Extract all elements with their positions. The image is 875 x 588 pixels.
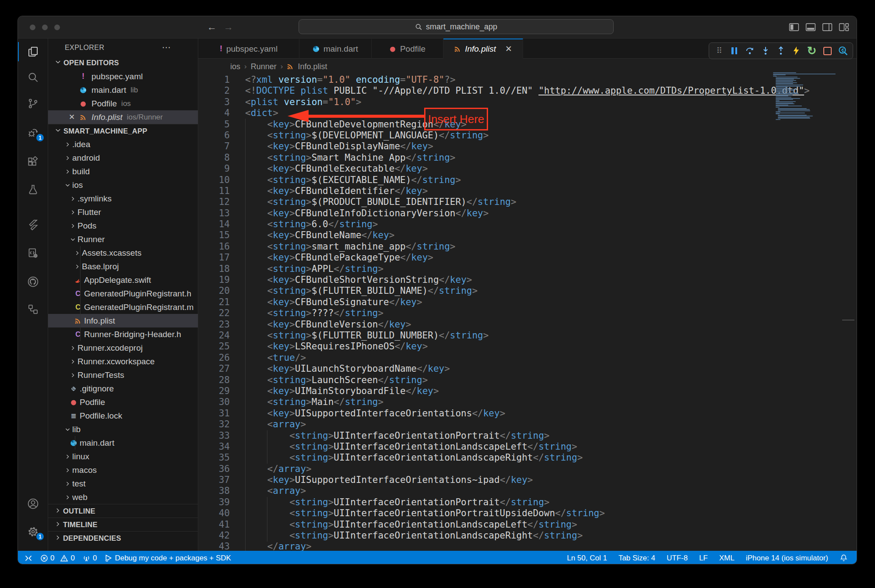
feedback-indicator[interactable]: 0 <box>82 554 97 563</box>
code-line-43[interactable]: 43 </array> <box>198 541 857 551</box>
step-into-button[interactable] <box>760 45 771 56</box>
problems-indicator[interactable]: 0 0 <box>40 554 75 563</box>
tab-main.dart[interactable]: main.dart <box>299 39 372 59</box>
line-number[interactable]: 9 <box>198 163 230 174</box>
code-line-12[interactable]: 12 <string>$(PRODUCT_BUNDLE_IDENTIFIER)<… <box>198 197 857 208</box>
tree-file-Runner-Bridging-Header.h[interactable]: CRunner-Bridging-Header.h <box>48 327 198 341</box>
tree-file-Info.plist[interactable]: Info.plist <box>48 314 198 327</box>
toggle-secondary-sidebar-icon[interactable] <box>822 22 833 32</box>
code-line-27[interactable]: 27 <key>UILaunchStoryboardName</key> <box>198 363 857 374</box>
tree-file-Podfile.lock[interactable]: ≣Podfile.lock <box>48 409 198 423</box>
activity-project-manager-icon[interactable] <box>18 299 48 320</box>
code-line-25[interactable]: 25 <key>LSRequiresIPhoneOS</key> <box>198 341 857 352</box>
code-line-29[interactable]: 29 <key>UIMainStoryboardFile</key> <box>198 386 857 397</box>
tab-Podfile[interactable]: Podfile <box>372 39 443 59</box>
line-number[interactable]: 10 <box>198 175 230 186</box>
code-line-26[interactable]: 26 <true/> <box>198 352 857 363</box>
settings-gear-icon[interactable]: 1 <box>18 521 48 542</box>
line-number[interactable]: 11 <box>198 186 230 197</box>
code-line-22[interactable]: 22 <string>????</string> <box>198 308 857 319</box>
line-number[interactable]: 21 <box>198 297 230 308</box>
line-number[interactable]: 3 <box>198 97 230 108</box>
line-number[interactable]: 32 <box>198 419 230 430</box>
toggle-panel-icon[interactable] <box>805 22 816 32</box>
line-number[interactable]: 33 <box>198 430 230 441</box>
activity-run-debug-icon[interactable]: 1 <box>18 122 48 143</box>
line-number[interactable]: 42 <box>198 530 230 541</box>
code-line-41[interactable]: 41 <string>UIInterfaceOrientationLandsca… <box>198 519 857 530</box>
code-line-9[interactable]: 9 <key>CFBundleExecutable</key> <box>198 163 857 174</box>
line-number[interactable]: 43 <box>198 541 230 551</box>
step-over-button[interactable] <box>744 45 756 56</box>
tree-file-main.dart[interactable]: main.dart <box>48 436 198 450</box>
remote-indicator-icon[interactable] <box>24 554 33 562</box>
tree-folder-Runner.xcworkspace[interactable]: Runner.xcworkspace <box>48 355 198 368</box>
code-line-13[interactable]: 13 <key>CFBundleInfoDictionaryVersion</k… <box>198 208 857 219</box>
code-line-21[interactable]: 21 <key>CFBundleSignature</key> <box>198 297 857 308</box>
line-number[interactable]: 5 <box>198 119 230 130</box>
tree-file-Podfile[interactable]: Podfile <box>48 395 198 409</box>
line-number[interactable]: 27 <box>198 363 230 374</box>
code-line-40[interactable]: 40 <string>UIInterfaceOrientationPortrai… <box>198 508 857 519</box>
code-line-37[interactable]: 37 <key>UISupportedInterfaceOrientations… <box>198 475 857 486</box>
panel-header-dependencies[interactable]: DEPENDENCIES <box>48 531 198 545</box>
status-cursor-position[interactable]: Ln 50, Col 1 <box>567 554 607 563</box>
code-line-36[interactable]: 36 </array> <box>198 464 857 475</box>
scrollbar-marker[interactable] <box>842 320 854 320</box>
status-eol[interactable]: LF <box>699 554 708 563</box>
line-number[interactable]: 25 <box>198 341 230 352</box>
line-number[interactable]: 39 <box>198 497 230 508</box>
pause-button[interactable] <box>729 45 740 56</box>
code-line-2[interactable]: 2<!DOCTYPE plist PUBLIC "-//Apple//DTD P… <box>198 85 857 96</box>
line-number[interactable]: 31 <box>198 408 230 419</box>
open-editor-Podfile[interactable]: Podfileios <box>48 97 198 110</box>
hot-reload-button[interactable] <box>791 45 802 56</box>
activity-extensions-icon[interactable] <box>18 151 48 173</box>
tree-folder-Runner.xcodeproj[interactable]: Runner.xcodeproj <box>48 341 198 355</box>
tree-folder-build[interactable]: build <box>48 165 198 178</box>
code-line-15[interactable]: 15 <key>CFBundleName</key> <box>198 230 857 241</box>
code-line-42[interactable]: 42 <string>UIInterfaceOrientationLandsca… <box>198 530 857 541</box>
tree-folder-lib[interactable]: lib <box>48 423 198 436</box>
code-line-30[interactable]: 30 <string>Main</string> <box>198 397 857 408</box>
code-line-6[interactable]: 6 <string>$(DEVELOPMENT_LANGUAGE)</strin… <box>198 130 857 141</box>
line-number[interactable]: 13 <box>198 208 230 219</box>
tree-folder-ios[interactable]: ios <box>48 178 198 192</box>
activity-github-icon[interactable] <box>18 271 48 292</box>
breadcrumb-item[interactable]: ios <box>230 62 240 71</box>
line-number[interactable]: 15 <box>198 230 230 241</box>
open-editor-pubspec.yaml[interactable]: !pubspec.yaml <box>48 70 198 83</box>
explorer-more-actions-icon[interactable]: ⋯ <box>162 42 172 53</box>
status-encoding[interactable]: UTF-8 <box>667 554 688 563</box>
accounts-icon[interactable] <box>18 493 48 514</box>
code-line-17[interactable]: 17 <key>CFBundlePackageType</key> <box>198 252 857 263</box>
line-number[interactable]: 26 <box>198 352 230 363</box>
panel-header-outline[interactable]: OUTLINE <box>48 504 198 518</box>
toolbar-drag-grip[interactable]: ⠿ <box>713 45 724 56</box>
activity-flutter-icon[interactable] <box>18 214 48 235</box>
code-line-1[interactable]: 1<?xml version="1.0" encoding="UTF-8"?> <box>198 74 857 85</box>
notifications-bell-icon[interactable] <box>840 554 848 562</box>
line-number[interactable]: 28 <box>198 375 230 386</box>
open-editor-Info.plist[interactable]: ✕Info.plistios/Runner <box>48 110 198 124</box>
step-out-button[interactable] <box>775 45 787 56</box>
breadcrumb-item[interactable]: Runner <box>251 62 277 71</box>
code-line-18[interactable]: 18 <string>APPL</string> <box>198 264 857 275</box>
tree-folder-android[interactable]: android <box>48 151 198 165</box>
line-number[interactable]: 20 <box>198 285 230 296</box>
line-number[interactable]: 2 <box>198 85 230 96</box>
line-number[interactable]: 36 <box>198 464 230 475</box>
activity-dart-devtools-icon[interactable] <box>18 243 48 264</box>
line-number[interactable]: 41 <box>198 519 230 530</box>
line-number[interactable]: 30 <box>198 397 230 408</box>
stop-button[interactable] <box>822 45 833 56</box>
activity-testing-icon[interactable] <box>18 179 48 200</box>
tree-folder-.idea[interactable]: .idea <box>48 137 198 151</box>
code-line-11[interactable]: 11 <key>CFBundleIdentifier</key> <box>198 186 857 197</box>
close-editor-icon[interactable]: ✕ <box>69 113 75 121</box>
widget-inspector-button[interactable] <box>837 45 849 56</box>
code-line-3[interactable]: 3<plist version="1.0"> <box>198 97 857 108</box>
project-root-header[interactable]: SMART_MACHINE_APP <box>48 124 198 137</box>
code-line-10[interactable]: 10 <string>$(EXECUTABLE_NAME)</string> <box>198 175 857 186</box>
line-number[interactable]: 37 <box>198 475 230 486</box>
